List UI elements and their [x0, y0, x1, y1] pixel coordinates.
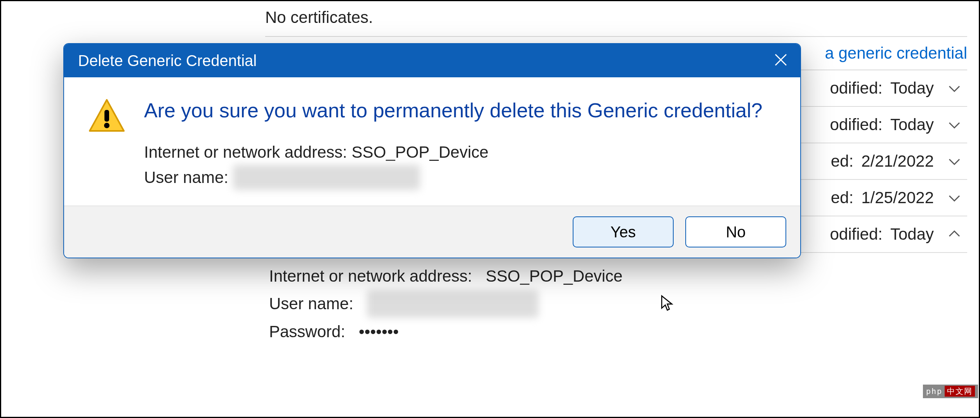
svg-point-1 — [104, 123, 109, 128]
credential-modified-label: ed: — [831, 152, 853, 171]
credential-modified-label: ed: — [831, 188, 853, 207]
no-button[interactable]: No — [685, 216, 786, 247]
dialog-username-value: redacted username — [233, 165, 420, 190]
dialog-titlebar: Delete Generic Credential — [64, 44, 800, 77]
dialog-address-label: Internet or network address: — [144, 143, 347, 161]
watermark-left: php — [926, 387, 942, 396]
chevron-down-icon[interactable] — [945, 152, 963, 170]
credential-modified-value: Today — [890, 225, 934, 244]
chevron-down-icon[interactable] — [945, 79, 963, 97]
chevron-up-icon[interactable] — [945, 225, 963, 243]
detail-username-value: redacted username — [367, 290, 539, 317]
watermark: php中文网 — [923, 385, 978, 398]
credential-modified-value: Today — [890, 115, 934, 134]
dialog-text-block: Are you sure you want to permanently del… — [144, 97, 777, 190]
detail-username-row: User name: redacted username — [269, 290, 963, 317]
dialog-username-label: User name: — [144, 168, 228, 186]
svg-rect-0 — [104, 110, 109, 122]
credential-modified-value: 1/25/2022 — [861, 188, 934, 207]
dialog-address-value: SSO_POP_Device — [352, 143, 489, 161]
credential-modified-value: 2/21/2022 — [861, 152, 934, 171]
yes-button[interactable]: Yes — [573, 216, 674, 247]
chevron-down-icon[interactable] — [945, 189, 963, 207]
credential-modified-label: odified: — [830, 225, 882, 244]
chevron-down-icon[interactable] — [945, 116, 963, 134]
close-button[interactable] — [769, 49, 792, 72]
dialog-title: Delete Generic Credential — [78, 52, 257, 70]
credential-modified-label: odified: — [830, 79, 882, 98]
watermark-right: 中文网 — [945, 386, 975, 397]
detail-address-row: Internet or network address: SSO_POP_Dev… — [269, 262, 963, 290]
dialog-button-row: Yes No — [64, 206, 800, 258]
dialog-username-row: User name: redacted username — [144, 165, 777, 190]
delete-credential-dialog: Delete Generic Credential Are you sure y… — [63, 43, 801, 258]
page-root: No certificates. a generic credential od… — [0, 0, 980, 418]
no-certificates-text: No certificates. — [265, 8, 967, 27]
add-generic-credential-link[interactable]: a generic credential — [825, 44, 967, 63]
dialog-info: Internet or network address: SSO_POP_Dev… — [144, 139, 777, 190]
dialog-address-row: Internet or network address: SSO_POP_Dev… — [144, 139, 777, 165]
credential-detail-panel: Internet or network address: SSO_POP_Dev… — [265, 253, 967, 355]
dialog-body: Are you sure you want to permanently del… — [64, 77, 800, 206]
warning-icon — [87, 97, 126, 190]
detail-password-value: ••••••• — [359, 322, 399, 341]
detail-password-row: Password: ••••••• — [269, 318, 963, 345]
detail-address-label: Internet or network address: — [269, 267, 472, 285]
detail-address-value: SSO_POP_Device — [486, 267, 623, 285]
credential-modified-label: odified: — [830, 115, 882, 134]
credential-modified-value: Today — [890, 79, 934, 98]
detail-username-label: User name: — [269, 294, 353, 313]
certificates-section: No certificates. — [265, 1, 967, 37]
detail-password-label: Password: — [269, 322, 345, 341]
dialog-headline: Are you sure you want to permanently del… — [144, 97, 777, 124]
close-icon — [773, 52, 789, 69]
